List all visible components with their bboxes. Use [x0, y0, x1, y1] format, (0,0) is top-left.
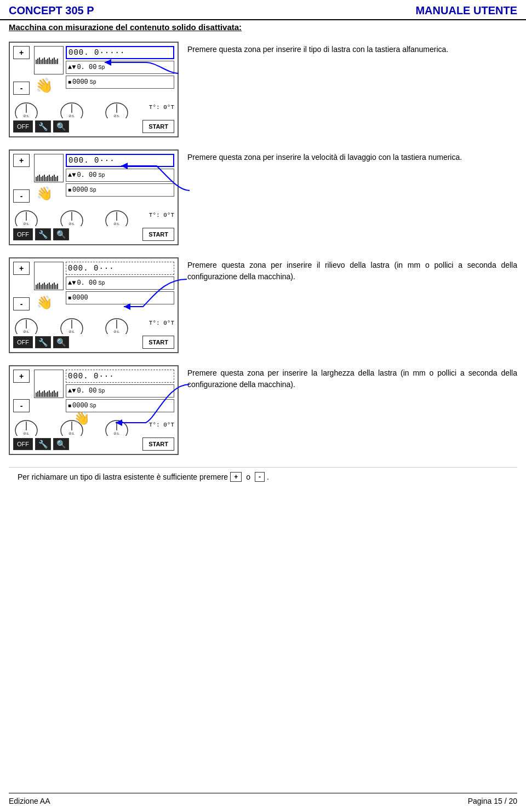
off-btn-2[interactable]: OFF — [13, 228, 33, 240]
center-col-2: 👋 — [34, 154, 64, 203]
top-row-1: + - — [13, 46, 174, 95]
hand-icon-3: 👋 — [36, 295, 53, 312]
gauge-3c: ⊘s. — [104, 312, 130, 334]
tick-display-4 — [34, 370, 64, 398]
display-relief-2[interactable]: ■ 0000 Sp — [66, 183, 174, 197]
gauge-4a: ⊘s. — [13, 414, 39, 436]
page-subtitle: Macchina con misurazione del contenuto s… — [0, 20, 526, 36]
machine-panel-1: + - — [9, 42, 179, 137]
center-col-4 — [34, 370, 64, 412]
display-type-3[interactable]: 000. 0··· — [66, 262, 174, 275]
center-col-3: 👋 — [34, 262, 64, 310]
gauges-2: ⊘s. ⊘s. ⊘s. T°: 0°T — [13, 204, 174, 226]
gauges-4: ⊘s. ⊘s. ⊘s. T°: 0°T — [13, 414, 174, 436]
svg-text:⊘s.: ⊘s. — [113, 431, 120, 435]
display-relief-1[interactable]: ■ 0000 Sp — [66, 76, 174, 89]
svg-text:⊘s.: ⊘s. — [23, 431, 30, 435]
minus-btn-3[interactable]: - — [13, 297, 30, 310]
display-type-4[interactable]: 000. 0··· — [66, 370, 174, 383]
temp-display-3: T°: 0°T — [149, 320, 174, 326]
start-btn-4[interactable]: START — [142, 437, 174, 451]
section-4: + - — [9, 365, 517, 455]
top-row-4: + - — [13, 370, 174, 412]
tick-display-1 — [34, 46, 64, 74]
display-speed-3[interactable]: ▲▼ 0. 00 Sp — [66, 277, 174, 290]
svg-text:⊘s.: ⊘s. — [23, 222, 30, 226]
inline-minus-btn[interactable]: - — [255, 472, 265, 482]
minus-btn-2[interactable]: - — [13, 189, 30, 203]
search-btn-4[interactable]: 🔍 — [53, 438, 69, 450]
tick-display-3 — [34, 262, 64, 290]
desc-3: Premere questa zona per inserire il rili… — [179, 257, 517, 283]
header-title-left: CONCEPT 305 P — [9, 4, 94, 17]
wrench-btn-1[interactable]: 🔧 — [35, 120, 51, 133]
wrench-btn-4[interactable]: 🔧 — [35, 438, 51, 450]
right-col-2: 000. 0··· ▲▼ 0. 00 Sp ■ 0000 Sp — [66, 154, 174, 203]
svg-text:⊘s.: ⊘s. — [68, 431, 75, 435]
wrench-btn-2[interactable]: 🔧 — [35, 228, 51, 240]
display-speed-1[interactable]: ▲▼ 0. 00 Sp — [66, 61, 174, 74]
plus-btn-4[interactable]: + — [13, 370, 30, 383]
minus-btn-1[interactable]: - — [13, 82, 30, 95]
gauges-3: ⊘s. ⊘s. ⊘s. T°: 0°T — [13, 312, 174, 334]
right-col-4: 000. 0··· ▲▼ 0. 00 Sp ■ 0000 Sp — [66, 370, 174, 412]
temp-display-1: T°: 0°T — [149, 104, 174, 111]
gauge-3a: ⊘s. — [13, 312, 39, 334]
start-btn-3[interactable]: START — [142, 336, 174, 349]
gauge-1a: ⊘s. — [13, 96, 39, 118]
gauges-hand-4: ⊘s. ⊘s. ⊘s. T°: 0°T — [13, 414, 174, 436]
header-title-right: MANUALE UTENTE — [415, 4, 517, 17]
display-speed-top-2[interactable]: 000. 0··· — [66, 154, 174, 167]
panel-2: + - — [9, 149, 179, 245]
off-btn-1[interactable]: OFF — [13, 120, 33, 133]
section-2: + - — [9, 149, 517, 245]
right-col-3: 000. 0··· ▲▼ 0. 00 Sp ■ 0000 — [66, 262, 174, 310]
wrench-btn-3[interactable]: 🔧 — [35, 336, 51, 348]
left-col-4: + - — [13, 370, 32, 412]
hand-area-1: 👋 — [34, 76, 64, 95]
page-header: CONCEPT 305 P MANUALE UTENTE — [0, 0, 526, 20]
display-speed-4[interactable]: ▲▼ 0. 00 Sp — [66, 384, 174, 398]
svg-text:⊘s.: ⊘s. — [68, 222, 75, 226]
display-type-1[interactable]: 000. 0····· — [66, 46, 174, 59]
svg-text:⊘s.: ⊘s. — [23, 114, 30, 118]
bottom-note: Per richiamare un tipo di lastra esisten… — [9, 467, 517, 486]
start-btn-2[interactable]: START — [142, 228, 174, 241]
gauge-4c: ⊘s. — [104, 414, 130, 436]
svg-text:⊘s.: ⊘s. — [113, 114, 120, 118]
inline-plus-btn[interactable]: + — [230, 472, 242, 482]
tick-display-2 — [34, 154, 64, 182]
right-col-1: 000. 0····· ▲▼ 0. 00 Sp ■ 0000 Sp — [66, 46, 174, 95]
gauges-1: ⊘s. ⊘s. ⊘s. T°: 0°T — [13, 96, 174, 118]
off-btn-3[interactable]: OFF — [13, 336, 33, 348]
footer-right: Pagina 15 / 20 — [468, 797, 517, 805]
temp-display-4: T°: 0°T — [149, 422, 174, 428]
svg-text:⊘s.: ⊘s. — [113, 330, 120, 333]
svg-text:⊘s.: ⊘s. — [23, 330, 30, 333]
search-btn-3[interactable]: 🔍 — [53, 336, 69, 348]
panel-4: + - — [9, 365, 179, 455]
temp-display-2: T°: 0°T — [149, 212, 174, 218]
bottom-row-1: OFF 🔧 🔍 START — [13, 120, 174, 133]
desc-4: Premere questa zona per inserire la larg… — [179, 365, 517, 390]
section-1: + - — [9, 42, 517, 137]
display-icon-2[interactable]: ▲▼ 0. 00 Sp — [66, 169, 174, 182]
panel-1: + - — [9, 42, 179, 137]
gauge-2a: ⊘s. — [13, 204, 39, 226]
plus-btn-3[interactable]: + — [13, 262, 30, 275]
start-btn-1[interactable]: START — [142, 120, 174, 133]
footer-left: Edizione AA — [9, 797, 50, 805]
search-btn-2[interactable]: 🔍 — [53, 228, 69, 240]
machine-panel-4: + - — [9, 365, 179, 455]
search-btn-1[interactable]: 🔍 — [53, 120, 69, 133]
plus-btn-2[interactable]: + — [13, 154, 30, 167]
svg-text:⊘s.: ⊘s. — [113, 222, 120, 226]
bottom-row-4: OFF 🔧 🔍 START — [13, 437, 174, 451]
off-btn-4[interactable]: OFF — [13, 438, 33, 450]
page-footer: Edizione AA Pagina 15 / 20 — [9, 793, 517, 805]
minus-btn-4[interactable]: - — [13, 399, 30, 412]
hand-icon-4: 👋 — [73, 410, 90, 427]
display-relief-3[interactable]: ■ 0000 — [66, 291, 174, 304]
plus-btn-1[interactable]: + — [13, 46, 30, 59]
top-row-3: + - — [13, 262, 174, 310]
